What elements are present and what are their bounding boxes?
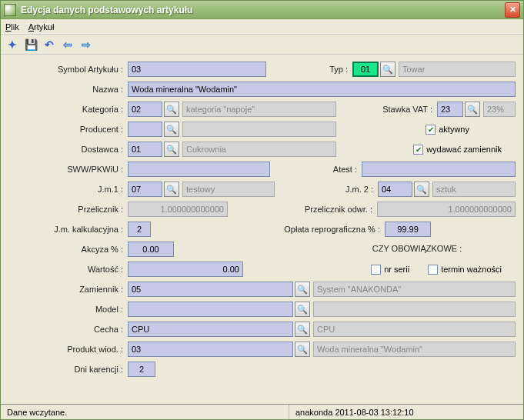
label-stawka-vat: Stawka VAT :: [375, 105, 437, 114]
label-jm1: J.m.1 :: [8, 185, 128, 194]
termin-waznosci-label: termin ważności: [441, 265, 502, 274]
jm2-pick-icon[interactable]: 🔍: [414, 182, 429, 197]
przelicznik-value: 1.000000000000: [128, 202, 228, 217]
zamiennik-pick-icon[interactable]: 🔍: [295, 282, 310, 297]
checkbox-icon: [428, 265, 438, 275]
status-bar: Dane wczytane. anakonda 2011-08-03 13:12…: [1, 404, 523, 419]
oplata-repro-input[interactable]: 99.99: [385, 222, 431, 237]
label-kategoria: Kategoria :: [8, 105, 128, 114]
new-icon[interactable]: ✦: [5, 38, 19, 52]
label-akcyza: Akcyza % :: [8, 245, 128, 254]
jm2-desc: sztuk: [432, 182, 516, 197]
symbol-input[interactable]: 03: [128, 62, 266, 77]
kategoria-input[interactable]: 02: [128, 102, 162, 117]
label-przelicznik-odwr: Przelicznik odwr. :: [292, 205, 377, 214]
przelicznik-odwr-value: 1.000000000000: [377, 202, 516, 217]
label-atest: Atest :: [323, 165, 362, 174]
label-nazwa: Nazwa :: [8, 85, 128, 94]
check-icon: ✔: [426, 125, 436, 135]
form-body: Symbol Artykułu : 03 Typ : 01 🔍 Towar Na…: [1, 55, 523, 384]
menu-article[interactable]: Artykuł: [28, 22, 55, 32]
kategoria-pick-icon[interactable]: 🔍: [164, 102, 179, 117]
title-bar: Edycja danych podstawowych artykułu ✕: [1, 1, 523, 19]
zamiennik-input[interactable]: 05: [128, 282, 293, 297]
atest-input[interactable]: [362, 162, 516, 177]
wartosc-input[interactable]: 0.00: [128, 262, 243, 277]
wydawac-zamiennik-label: wydawać zamiennik: [426, 145, 502, 154]
prev-icon[interactable]: ⇦: [61, 38, 75, 52]
check-icon: ✔: [413, 145, 423, 155]
model-input[interactable]: [128, 302, 293, 317]
jm1-pick-icon[interactable]: 🔍: [164, 182, 179, 197]
stawka-vat-desc: 23%: [483, 102, 516, 117]
dni-karencji-input[interactable]: 2: [128, 362, 155, 377]
label-cecha: Cecha :: [8, 325, 128, 334]
label-zamiennik: Zamiennik :: [8, 285, 128, 294]
jm1-desc: testowy: [182, 182, 275, 197]
stawka-vat-input[interactable]: 23: [437, 102, 463, 117]
akcyza-input[interactable]: 0.00: [128, 242, 174, 257]
status-left: Dane wczytane.: [1, 405, 289, 419]
app-icon: [4, 4, 16, 16]
kategoria-desc: kategoria "napoje": [182, 102, 336, 117]
label-oplata-repro: Opłata reprograficzna % :: [262, 225, 385, 234]
label-przelicznik: Przelicznik :: [8, 205, 128, 214]
nr-serii-checkbox[interactable]: nr serii: [371, 265, 409, 275]
save-icon[interactable]: 💾: [24, 38, 38, 52]
producent-input[interactable]: [128, 122, 162, 137]
aktywny-checkbox[interactable]: ✔ aktywny: [426, 125, 469, 135]
status-right: anakonda 2011-08-03 13:12:10: [289, 405, 523, 419]
toolbar: ✦ 💾 ↶ ⇦ ⇨: [1, 35, 523, 55]
label-dni-karencji: Dni karencji :: [8, 365, 128, 374]
zamiennik-desc: System "ANAKONDA": [313, 282, 516, 297]
wydawac-zamiennik-checkbox[interactable]: ✔ wydawać zamiennik: [413, 145, 502, 155]
cecha-desc: CPU: [313, 322, 516, 337]
jm1-input[interactable]: 07: [128, 182, 162, 197]
checkbox-icon: [371, 265, 381, 275]
produkt-wiod-desc: Woda mineralna "Wodamin": [313, 342, 516, 357]
label-typ: Typ :: [322, 65, 352, 74]
menu-file[interactable]: Plik: [5, 22, 19, 32]
window-title: Edycja danych podstawowych artykułu: [21, 5, 505, 15]
label-symbol: Symbol Artykułu :: [8, 65, 128, 74]
producent-pick-icon[interactable]: 🔍: [164, 122, 179, 137]
aktywny-label: aktywny: [439, 125, 469, 134]
dostawca-desc: Cukrownia: [182, 142, 336, 157]
menu-bar: Plik Artykuł: [1, 19, 523, 35]
typ-desc: Towar: [399, 62, 516, 77]
producent-desc: [182, 122, 336, 137]
model-pick-icon[interactable]: 🔍: [295, 302, 310, 317]
undo-icon[interactable]: ↶: [42, 38, 56, 52]
sww-input[interactable]: [128, 162, 270, 177]
dostawca-input[interactable]: 01: [128, 142, 162, 157]
label-sww: SWW/PKWiU :: [8, 165, 128, 174]
label-wartosc: Wartość :: [8, 265, 128, 274]
termin-waznosci-checkbox[interactable]: termin ważności: [428, 265, 502, 275]
jm-kalk-input[interactable]: 2: [128, 222, 151, 237]
model-desc: [313, 302, 516, 317]
nr-serii-label: nr serii: [384, 265, 409, 274]
label-model: Model :: [8, 305, 128, 314]
typ-pick-icon[interactable]: 🔍: [380, 62, 396, 77]
close-button[interactable]: ✕: [505, 2, 520, 18]
next-icon[interactable]: ⇨: [79, 38, 93, 52]
produkt-wiod-pick-icon[interactable]: 🔍: [295, 342, 310, 357]
label-jm2: J.m. 2 :: [336, 185, 378, 194]
jm2-input[interactable]: 04: [378, 182, 412, 197]
label-produkt-wiod: Produkt wiod. :: [8, 345, 128, 354]
cecha-input[interactable]: CPU: [128, 322, 293, 337]
dostawca-pick-icon[interactable]: 🔍: [164, 142, 179, 157]
cecha-pick-icon[interactable]: 🔍: [295, 322, 310, 337]
label-jm-kalk: J.m. kalkulacyjna :: [8, 225, 128, 234]
produkt-wiod-input[interactable]: 03: [128, 342, 293, 357]
label-dostawca: Dostawca :: [8, 145, 128, 154]
typ-input[interactable]: 01: [352, 62, 379, 77]
czy-obowiazkowe-header: CZY OBOWIĄZKOWE :: [332, 244, 502, 253]
label-producent: Producent :: [8, 125, 128, 134]
stawka-vat-pick-icon[interactable]: 🔍: [465, 102, 480, 117]
nazwa-input[interactable]: Woda mineralna "Wodamin": [128, 82, 516, 97]
